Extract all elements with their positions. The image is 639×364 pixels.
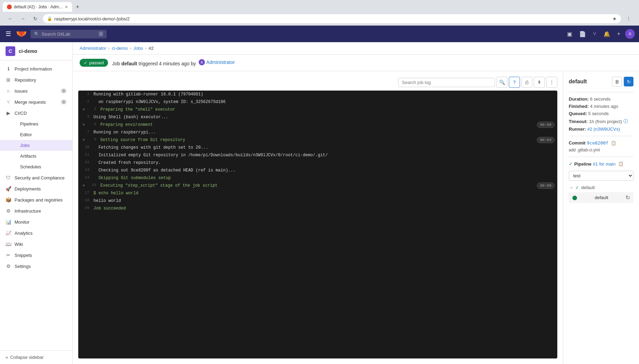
gitlab-logo-svg [17, 29, 26, 38]
address-bar[interactable]: 🔒 raspberrypi.local/root/ci-demo/-/jobs/… [43, 14, 621, 23]
sidebar-item-ci-cd[interactable]: ▶ CI/CD [0, 108, 72, 119]
sidebar-item-label: CI/CD [15, 111, 27, 116]
expand-log-button[interactable]: ⇞ [534, 77, 545, 88]
retry-job-button[interactable]: ↻ [624, 77, 633, 86]
log-line-collapsible[interactable]: ▼ 9 Getting source from Git repository 0… [78, 136, 557, 144]
timeout-info-icon[interactable]: ⓘ [623, 118, 628, 124]
flow-status-icon: ✓ [575, 185, 579, 190]
ci-cd-icon: ▶ [6, 110, 11, 116]
sidebar-item-deployments[interactable]: 🚀 Deployments [0, 183, 72, 194]
delete-job-button[interactable]: 🗑 [612, 77, 622, 86]
sidebar-item-packages[interactable]: 📦 Packages and registries [0, 194, 72, 205]
sidebar-item-pipelines[interactable]: Pipelines [0, 119, 72, 129]
collapse-button[interactable]: ▼ [81, 106, 87, 112]
hamburger-menu[interactable]: ☰ [4, 29, 12, 39]
collapse-button[interactable]: ▼ [81, 137, 87, 142]
sidebar-item-analytics[interactable]: 📈 Analytics [0, 227, 72, 239]
commit-info: Commit 9ce8200f 📋 add .gitlab-ci.yml [569, 140, 633, 152]
sidebar-item-issues[interactable]: ○ Issues 0 [0, 85, 72, 96]
sidebar-item-repository[interactable]: ⊞ Repository [0, 74, 72, 85]
job-header: ✓ passed Job default triggered 4 minutes… [73, 55, 639, 71]
nav-icon-5[interactable]: + [615, 29, 622, 39]
stage-select[interactable]: test [569, 171, 633, 181]
job-triggered-ago: 4 minutes ago [159, 61, 189, 66]
back-button[interactable]: ← [6, 14, 15, 24]
search-job-log-input[interactable] [398, 78, 495, 87]
log-line-collapsible[interactable]: ▼ 3 Preparing the "shell" executor [78, 106, 557, 113]
collapse-button[interactable]: ▼ [81, 122, 87, 127]
collapse-button[interactable]: ▼ [81, 183, 87, 188]
forward-button[interactable]: → [18, 14, 28, 24]
sidebar-item-label: Wiki [15, 242, 23, 247]
sidebar-item-wiki[interactable]: 📖 Wiki [0, 239, 72, 250]
log-window[interactable]: 1 Running with gitlab-runner 16.0.1 (797… [78, 91, 557, 358]
search-log-button[interactable]: 🔍 [496, 77, 507, 88]
nav-icon-4[interactable]: 🔔 [601, 29, 612, 39]
tab-close-button[interactable]: × [65, 4, 68, 10]
help-log-button[interactable]: ? [509, 77, 520, 88]
project-name: ci-demo [19, 48, 37, 54]
flow-retry-button[interactable]: ↻ [626, 194, 630, 201]
settings-icon: ⚙ [6, 263, 11, 269]
duration-badge: 00:00 [537, 122, 555, 128]
copy-pipeline-button[interactable]: 📋 [618, 161, 623, 166]
log-line-collapsible[interactable]: ▼ 6 Preparing environment 00:00 [78, 121, 557, 129]
sidebar-item-label: Snippets [15, 253, 32, 258]
log-line: 18 hello world [78, 197, 557, 205]
sidebar-item-security[interactable]: 🛡 Security and Compliance [0, 172, 72, 183]
pipeline-link[interactable]: #1 for main [593, 161, 615, 167]
triggered-by-link[interactable]: Administrator [206, 59, 235, 65]
sidebar-item-label: Merge requests [15, 100, 46, 105]
snippets-icon: ✂ [6, 252, 11, 258]
nav-icon-3[interactable]: ⑂ [591, 29, 598, 39]
project-header[interactable]: C ci-demo [0, 42, 72, 60]
browser-tab[interactable]: default (#2) · Jobs · Adm... × [3, 2, 72, 12]
user-avatar[interactable]: A [625, 29, 635, 39]
raw-log-button[interactable]: ⋮ [546, 77, 557, 88]
new-tab-button[interactable]: + [73, 2, 82, 12]
sidebar-item-jobs[interactable]: Jobs [0, 140, 72, 151]
commit-hash-link[interactable]: 9ce8200f [587, 140, 609, 146]
sidebar-item-monitor[interactable]: 📊 Monitor [0, 216, 72, 227]
flow-arrow-indicator: → ✓ default [569, 185, 633, 190]
tab-favicon [7, 4, 12, 9]
sidebar-item-label: Packages and registries [15, 197, 63, 203]
breadcrumb-current: #2 [148, 46, 153, 51]
sidebar-item-schedules[interactable]: Schedules [0, 161, 72, 172]
sidebar-item-label: Project information [15, 66, 52, 72]
collapse-sidebar-button[interactable]: « Collapse sidebar [0, 350, 72, 364]
svg-point-0 [8, 5, 11, 9]
nav-icon-1[interactable]: ▣ [565, 29, 574, 39]
sidebar-item-snippets[interactable]: ✂ Snippets [0, 250, 72, 261]
sidebar-item-settings[interactable]: ⚙ Settings [0, 261, 72, 272]
copy-log-button[interactable]: ⎙ [521, 77, 532, 88]
log-line-collapsible[interactable]: ▼ 16 Executing "step_script" stage of th… [78, 182, 557, 189]
commit-label-row: Commit 9ce8200f 📋 [569, 140, 633, 146]
refresh-button[interactable]: ↻ [30, 14, 40, 24]
nav-icon-2[interactable]: 📄 [577, 29, 588, 39]
extensions-button[interactable]: ⋮ [624, 14, 633, 24]
copy-commit-button[interactable]: 📋 [611, 141, 616, 146]
monitor-icon: 📊 [6, 219, 11, 225]
sidebar-item-infrastructure[interactable]: ⚙ Infrastructure [0, 205, 72, 216]
sidebar-item-project-information[interactable]: ℹ Project information [0, 63, 72, 74]
runner-link[interactable]: #2 (n3W9lJCVx) [587, 127, 620, 132]
sidebar-item-merge-requests[interactable]: ⑂ Merge requests 0 [0, 96, 72, 108]
breadcrumb: Administrator › ci-demo › Jobs › #2 [73, 42, 639, 55]
panel-title: default [569, 78, 587, 85]
log-line: 7 Running on raspberrypi... [78, 129, 557, 136]
sidebar-item-editor[interactable]: Editor [0, 129, 72, 140]
duration-badge: 00:04 [537, 137, 555, 143]
duration-badge: 00:00 [537, 183, 555, 189]
breadcrumb-project[interactable]: ci-demo [112, 46, 128, 51]
sidebar-item-label: Deployments [15, 186, 41, 192]
project-info-icon: ℹ [6, 66, 11, 72]
flow-arrow-icon: → [569, 185, 573, 190]
search-bar[interactable]: 🔍 / [30, 30, 107, 38]
search-input[interactable] [42, 31, 97, 37]
log-line: 12 Created fresh repository. [78, 159, 557, 167]
packages-icon: 📦 [6, 197, 11, 203]
breadcrumb-admin[interactable]: Administrator [80, 46, 106, 51]
sidebar-item-artifacts[interactable]: Artifacts [0, 151, 72, 161]
breadcrumb-jobs[interactable]: Jobs [134, 46, 143, 51]
